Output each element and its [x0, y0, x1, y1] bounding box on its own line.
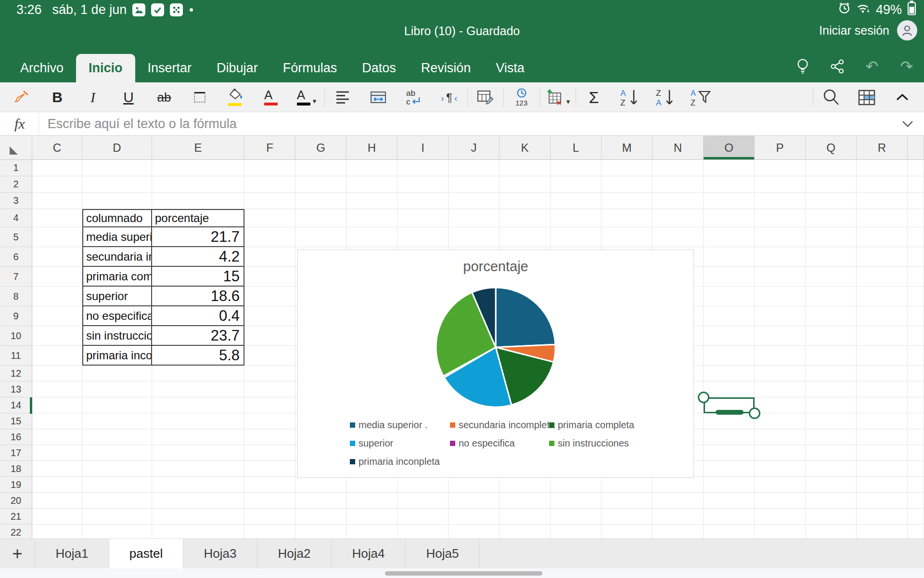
cell-Q3[interactable] — [806, 193, 857, 209]
row-header-8[interactable]: 8 — [0, 287, 32, 306]
sheet-tab-hoja2[interactable]: Hoja2 — [257, 539, 332, 568]
sign-in[interactable]: Iniciar sesión — [819, 20, 917, 40]
cell-F21[interactable] — [244, 509, 295, 525]
cell-D14[interactable] — [82, 397, 152, 413]
fill-handle[interactable] — [716, 410, 744, 415]
cell-F18[interactable] — [244, 461, 295, 477]
cell-P14[interactable] — [755, 397, 806, 413]
tab-inicio[interactable]: Inicio — [76, 54, 135, 82]
cell-K1[interactable] — [500, 160, 551, 176]
cell-D18[interactable] — [82, 461, 152, 477]
cell-C5[interactable] — [32, 227, 82, 247]
cell-C9[interactable] — [32, 306, 82, 326]
cell-P10[interactable] — [755, 326, 806, 346]
cell-D3[interactable] — [82, 193, 152, 209]
cell-O20[interactable] — [704, 493, 755, 509]
cell-P18[interactable] — [755, 461, 806, 477]
cell-O11[interactable] — [704, 346, 755, 366]
cell-H22[interactable] — [346, 525, 398, 539]
tab-vista[interactable]: Vista — [483, 54, 537, 82]
cell-D16[interactable] — [82, 429, 152, 445]
cell-E9[interactable]: 0.4 — [152, 306, 244, 326]
cell-Q21[interactable] — [806, 509, 857, 525]
cell-K3[interactable] — [500, 193, 551, 209]
cell-K2[interactable] — [500, 176, 551, 193]
cell-E18[interactable] — [152, 461, 244, 477]
cell-F3[interactable] — [244, 193, 295, 209]
cell-G3[interactable] — [295, 193, 346, 209]
sheet-tab-hoja5[interactable]: Hoja5 — [406, 539, 480, 568]
cell-E22[interactable] — [152, 525, 244, 539]
selection-handle-top-left[interactable] — [698, 392, 709, 403]
cell-I4[interactable] — [398, 209, 449, 227]
select-all-corner[interactable] — [0, 136, 32, 160]
cell-R6[interactable] — [857, 247, 908, 267]
cell-O10[interactable] — [704, 326, 755, 346]
row-header-7[interactable]: 7 — [0, 267, 32, 287]
tab-datos[interactable]: Datos — [349, 54, 409, 82]
sheet-tab-hoja3[interactable]: Hoja3 — [183, 539, 257, 568]
cell-D15[interactable] — [82, 413, 152, 429]
pie-chart-object[interactable]: porcentaje media superior .secundaria in… — [297, 250, 694, 478]
cell-Q7[interactable] — [806, 267, 857, 287]
row-header-10[interactable]: 10 — [0, 326, 32, 346]
cell-K19[interactable] — [500, 477, 551, 493]
cell-F5[interactable] — [244, 227, 295, 247]
cell-O17[interactable] — [704, 445, 755, 461]
col-header-G[interactable]: G — [295, 136, 346, 160]
cell-C15[interactable] — [32, 413, 82, 429]
col-header-L[interactable]: L — [551, 136, 602, 160]
cell-H21[interactable] — [346, 509, 398, 525]
cell-F13[interactable] — [244, 381, 295, 397]
cell-P5[interactable] — [755, 227, 806, 247]
sign-in-label[interactable]: Iniciar sesión — [819, 24, 889, 38]
cell-Q4[interactable] — [806, 209, 857, 227]
freeze-panes-button[interactable] — [849, 82, 885, 112]
cell-F12[interactable] — [244, 366, 295, 381]
cell-E12[interactable] — [152, 366, 244, 381]
cell-L1[interactable] — [551, 160, 602, 176]
cell-L5[interactable] — [551, 227, 602, 247]
cell-H20[interactable] — [346, 493, 398, 509]
cell-O19[interactable] — [704, 477, 755, 493]
cell-P12[interactable] — [755, 366, 806, 381]
cell-Q10[interactable] — [806, 326, 857, 346]
cell-O13[interactable] — [704, 381, 755, 397]
col-header-E[interactable]: E — [152, 136, 244, 160]
italic-button[interactable]: I — [75, 82, 111, 112]
cell-O9[interactable] — [704, 306, 755, 326]
col-header-H[interactable]: H — [346, 136, 398, 160]
cell-F17[interactable] — [244, 445, 295, 461]
cell-Q19[interactable] — [806, 477, 857, 493]
cell-E11[interactable]: 5.8 — [152, 346, 244, 366]
cell-I1[interactable] — [398, 160, 449, 176]
cell-P3[interactable] — [755, 193, 806, 209]
cell-C18[interactable] — [32, 461, 82, 477]
cell-P9[interactable] — [755, 306, 806, 326]
cell-C10[interactable] — [32, 326, 82, 346]
cell-H5[interactable] — [346, 227, 398, 247]
cell-H19[interactable] — [346, 477, 398, 493]
cell-J5[interactable] — [449, 227, 500, 247]
cell-H4[interactable] — [346, 209, 398, 227]
col-header-Q[interactable]: Q — [806, 136, 857, 160]
add-sheet-button[interactable]: + — [0, 539, 35, 568]
cell-R20[interactable] — [857, 493, 908, 509]
font-color-more-button[interactable]: A▾ — [289, 82, 324, 112]
cell-N2[interactable] — [653, 176, 704, 193]
cell-Q6[interactable] — [806, 247, 857, 267]
cell-R7[interactable] — [857, 267, 908, 287]
cell-I5[interactable] — [398, 227, 449, 247]
format-as-table-button[interactable] — [468, 82, 503, 112]
align-button[interactable] — [325, 82, 360, 112]
row-header-17[interactable]: 17 — [0, 445, 32, 461]
cell-E15[interactable] — [152, 413, 244, 429]
cell-C1[interactable] — [32, 160, 82, 176]
cell-L2[interactable] — [551, 176, 602, 193]
cell-P4[interactable] — [755, 209, 806, 227]
cell-R21[interactable] — [857, 509, 908, 525]
cell-C7[interactable] — [32, 267, 82, 287]
cell-F16[interactable] — [244, 429, 295, 445]
cell-M4[interactable] — [602, 209, 653, 227]
cell-F22[interactable] — [244, 525, 295, 539]
